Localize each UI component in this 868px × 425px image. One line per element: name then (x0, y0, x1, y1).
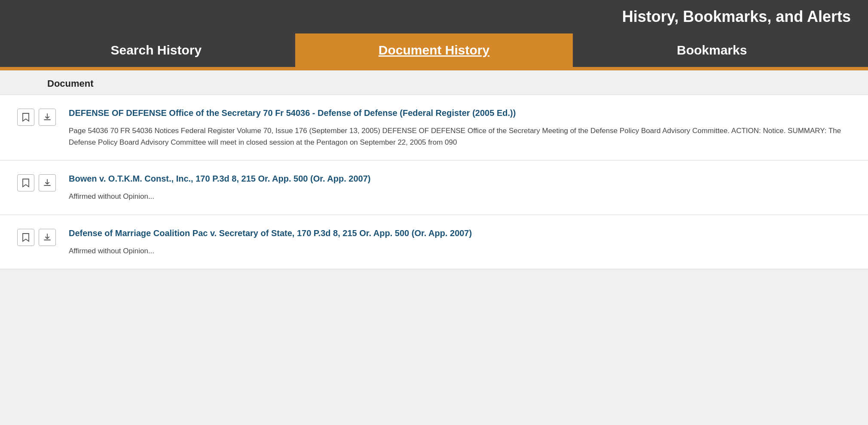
download-icon (43, 179, 51, 187)
table-row: DEFENSE OF DEFENSE Office of the Secreta… (0, 95, 868, 161)
document-summary: Affirmed without Opinion... (69, 245, 851, 257)
download-icon (43, 233, 51, 242)
row-actions (17, 174, 56, 191)
tab-search-history[interactable]: Search History (17, 33, 295, 67)
page-header: History, Bookmarks, and Alerts Search Hi… (0, 0, 868, 67)
document-summary: Page 54036 70 FR 54036 Notices Federal R… (69, 125, 851, 148)
document-title-link[interactable]: Defense of Marriage Coalition Pac v. Sec… (69, 227, 851, 239)
table-row: Bowen v. O.T.K.M. Const., Inc., 170 P.3d… (0, 161, 868, 215)
tab-bookmarks[interactable]: Bookmarks (573, 33, 851, 67)
page-title: History, Bookmarks, and Alerts (17, 8, 851, 33)
column-header: Document (0, 70, 868, 95)
download-icon (43, 113, 51, 121)
download-button[interactable] (39, 174, 56, 191)
document-content: DEFENSE OF DEFENSE Office of the Secreta… (69, 107, 851, 148)
row-actions (17, 109, 56, 126)
content-area: Document DEFENSE OF DEFENSE Office of th… (0, 70, 868, 269)
bookmark-icon (22, 112, 30, 122)
document-content: Defense of Marriage Coalition Pac v. Sec… (69, 227, 851, 257)
download-button[interactable] (39, 109, 56, 126)
document-content: Bowen v. O.T.K.M. Const., Inc., 170 P.3d… (69, 173, 851, 202)
bookmark-icon (22, 178, 30, 188)
bookmark-button[interactable] (17, 109, 34, 126)
document-title-link[interactable]: Bowen v. O.T.K.M. Const., Inc., 170 P.3d… (69, 173, 851, 185)
document-title-link[interactable]: DEFENSE OF DEFENSE Office of the Secreta… (69, 107, 851, 119)
bookmark-icon (22, 233, 30, 242)
bookmark-button[interactable] (17, 174, 34, 191)
table-row: Defense of Marriage Coalition Pac v. Sec… (0, 215, 868, 269)
tab-bar: Search History Document History Bookmark… (17, 33, 851, 67)
orange-bar (0, 67, 868, 70)
download-button[interactable] (39, 229, 56, 246)
tab-document-history[interactable]: Document History (295, 33, 573, 67)
row-actions (17, 229, 56, 246)
bookmark-button[interactable] (17, 229, 34, 246)
document-summary: Affirmed without Opinion... (69, 191, 851, 202)
